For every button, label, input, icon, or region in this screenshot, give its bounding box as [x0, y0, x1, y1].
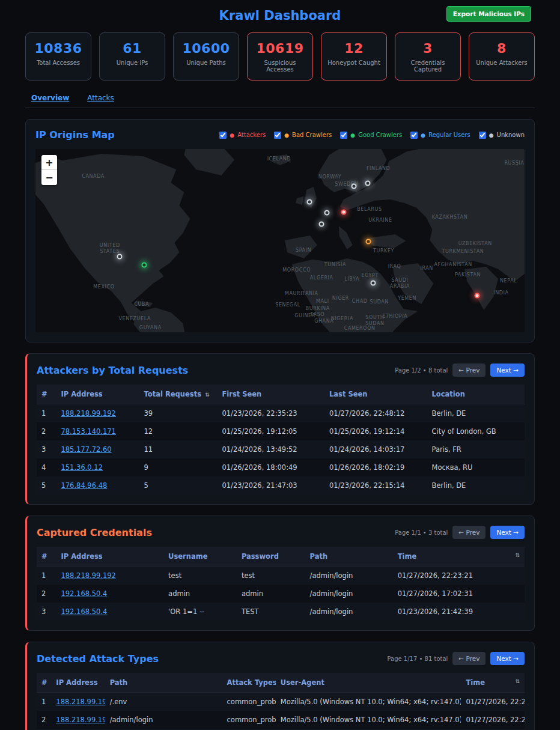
column-header-password[interactable]: Password — [237, 547, 305, 567]
cell: 01/26/2026, 18:00:49 — [217, 458, 324, 476]
ip-address-link[interactable]: 176.84.96.48 — [61, 481, 107, 490]
world-map — [35, 149, 525, 332]
map-marker-unknown[interactable] — [306, 199, 312, 205]
ip-address-link[interactable]: 188.218.99.192 — [61, 571, 115, 580]
column-header-username[interactable]: Username — [163, 547, 237, 567]
legend-checkbox-unknown[interactable] — [479, 132, 486, 139]
column-header-total-requests[interactable]: Total Requests⇅ — [139, 385, 218, 404]
map-legend: ● Attackers ● Bad Crawlers ● Good Crawle… — [219, 132, 525, 139]
cell: Mozilla/5.0 (Windows NT 10.0; Win64; x64… — [276, 693, 461, 711]
cell: /admin/login — [105, 711, 222, 729]
cell: Paris, FR — [427, 440, 525, 458]
column-header-attack-types[interactable]: Attack Types — [222, 673, 276, 693]
column-header--[interactable]: # — [37, 547, 56, 567]
sort-icon[interactable]: ⇅ — [515, 552, 520, 558]
legend-checkbox-bad-crawlers[interactable] — [274, 132, 281, 139]
cell: 188.218.99.192 — [56, 404, 139, 423]
cell: 'OR 1=1 -- — [163, 603, 237, 621]
sort-icon[interactable]: ⇅ — [205, 392, 210, 398]
map-marker-good-crawler[interactable] — [141, 263, 147, 268]
stat-label: Honeypot Caught — [324, 59, 384, 66]
cell: 2 — [37, 711, 51, 729]
ip-address-link[interactable]: 151.36.0.12 — [61, 463, 103, 472]
ip-address-link[interactable]: 188.218.99.192 — [56, 716, 105, 724]
cell: 01/27/2026, 22:26:11 — [461, 693, 525, 711]
sort-icon[interactable]: ⇅ — [515, 678, 520, 684]
stat-label: Unique Paths — [176, 59, 236, 66]
stat-card-credentials-captured: 3 Credentials Captured — [395, 32, 461, 81]
legend-checkbox-regular-users[interactable] — [410, 132, 418, 139]
map-canvas[interactable]: + − CANADAICELANDNORWAYSWEDENFINLANDRUSS… — [35, 149, 525, 332]
ip-address-link[interactable]: 192.168.50.4 — [61, 589, 107, 598]
legend-checkbox-attackers[interactable] — [219, 132, 227, 139]
credentials-pager: Page 1/1 • 3 total ← Prev Next → — [395, 526, 525, 539]
table-header-row: #IP AddressPathAttack TypesUser-AgentTim… — [37, 673, 525, 693]
map-marker-unknown[interactable] — [117, 254, 123, 260]
table-row: 3192.168.50.4'OR 1=1 --TEST/admin/login0… — [37, 603, 525, 621]
table-row: 5176.84.96.48501/23/2026, 21:47:0301/23/… — [37, 476, 525, 494]
unknown-dot-icon: ● — [489, 132, 494, 138]
map-marker-unknown[interactable] — [365, 181, 370, 186]
bad-crawlers-dot-icon: ● — [284, 132, 289, 138]
cell: 01/23/2026, 21:42:39 — [393, 603, 525, 621]
cell: 12 — [139, 422, 218, 440]
cell: 01/27/2026, 17:02:31 — [393, 585, 525, 603]
map-marker-attacker[interactable] — [341, 209, 346, 214]
legend-label: Attackers — [237, 132, 266, 138]
cell: 188.218.99.192 — [51, 711, 105, 729]
stat-value: 61 — [102, 41, 162, 56]
map-marker-unknown[interactable] — [324, 210, 330, 216]
cell: 188.218.99.192 — [56, 567, 163, 585]
stat-card-suspicious-accesses: 10619 Suspicious Accesses — [247, 32, 313, 81]
map-marker-bad-crawler[interactable] — [366, 239, 371, 245]
column-header-ip-address[interactable]: IP Address — [51, 673, 105, 693]
prev-page-button[interactable]: ← Prev — [452, 363, 485, 377]
column-header-ip-address[interactable]: IP Address — [56, 547, 163, 567]
cell: /admin/login — [305, 567, 393, 585]
cell: Mozilla/5.0 (Windows NT 10.0; Win64; x64… — [276, 711, 461, 729]
column-header-user-agent[interactable]: User-Agent — [276, 673, 461, 693]
cell: 5 — [139, 476, 218, 494]
column-header--[interactable]: # — [37, 385, 56, 404]
export-malicious-ips-button[interactable]: Export Malicious IPs — [446, 6, 531, 22]
map-marker-unknown[interactable] — [351, 183, 356, 189]
cell: 176.84.96.48 — [56, 476, 139, 494]
column-header-ip-address[interactable]: IP Address — [56, 385, 139, 404]
table-row: 1188.218.99.192/.envcommon_probesMozilla… — [37, 693, 525, 711]
tab-attacks[interactable]: Attacks — [87, 94, 114, 102]
ip-address-link[interactable]: 192.168.50.4 — [61, 607, 107, 616]
cell: /admin/login — [305, 585, 393, 603]
next-page-button[interactable]: Next → — [490, 652, 525, 665]
map-marker-attacker[interactable] — [475, 293, 480, 299]
page-info: Page 1/2 • 8 total — [395, 367, 448, 374]
zoom-out-button[interactable]: − — [41, 170, 57, 185]
ip-address-link[interactable]: 188.218.99.192 — [56, 698, 105, 706]
page-info: Page 1/17 • 81 total — [387, 655, 448, 662]
ip-address-link[interactable]: 188.218.99.192 — [61, 409, 115, 418]
cell: 192.168.50.4 — [56, 603, 163, 621]
map-marker-unknown[interactable] — [371, 280, 376, 285]
credentials-card: Captured Credentials Page 1/1 • 3 total … — [25, 516, 535, 631]
ip-address-link[interactable]: 185.177.72.60 — [61, 445, 111, 454]
next-page-button[interactable]: Next → — [490, 526, 525, 539]
column-header-time[interactable]: Time⇅ — [461, 673, 525, 693]
column-header--[interactable]: # — [37, 673, 51, 693]
tab-overview[interactable]: Overview — [31, 94, 69, 102]
zoom-in-button[interactable]: + — [41, 155, 57, 170]
cell: 192.168.50.4 — [56, 585, 163, 603]
map-marker-unknown[interactable] — [319, 222, 324, 227]
prev-page-button[interactable]: ← Prev — [452, 526, 485, 539]
column-header-path[interactable]: Path — [105, 673, 222, 693]
cell: /admin/login — [305, 603, 393, 621]
legend-label: Good Crawlers — [358, 132, 402, 138]
next-page-button[interactable]: Next → — [490, 363, 525, 377]
column-header-first-seen[interactable]: First Seen — [217, 385, 324, 404]
table-row: 2188.218.99.192/admin/logincommon_probes… — [37, 711, 525, 729]
legend-checkbox-good-crawlers[interactable] — [340, 132, 347, 139]
column-header-time[interactable]: Time⇅ — [393, 547, 525, 567]
prev-page-button[interactable]: ← Prev — [452, 652, 485, 665]
column-header-path[interactable]: Path — [305, 547, 393, 567]
column-header-last-seen[interactable]: Last Seen — [324, 385, 427, 404]
ip-address-link[interactable]: 78.153.140.171 — [61, 427, 115, 436]
column-header-location[interactable]: Location — [427, 385, 525, 404]
